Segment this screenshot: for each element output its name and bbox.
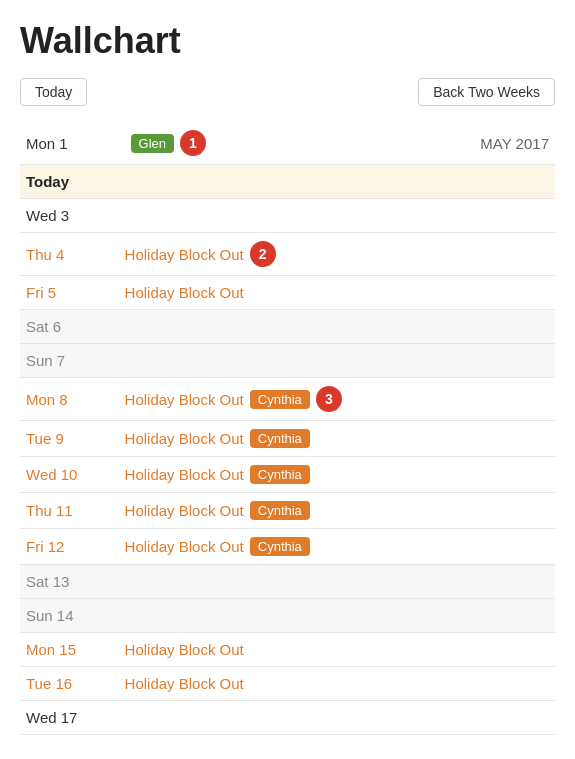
- month-label: [441, 165, 555, 199]
- row-content: Glen1: [125, 130, 436, 156]
- row-content-cell: [119, 565, 442, 599]
- month-label: [441, 233, 555, 276]
- page-container: Wallchart Today Back Two Weeks Mon 1Glen…: [0, 0, 575, 755]
- row-content-cell: Holiday Block OutCynthia: [119, 529, 442, 565]
- row-content-cell: [119, 199, 442, 233]
- row-content: Holiday Block Out: [125, 284, 436, 301]
- person-badge[interactable]: Cynthia: [250, 429, 310, 448]
- day-label: Thu 4: [20, 233, 119, 276]
- calendar-row: Today: [20, 165, 555, 199]
- holiday-text: Holiday Block Out: [125, 538, 244, 555]
- row-content-cell: Glen1: [119, 122, 442, 165]
- month-label: [441, 276, 555, 310]
- calendar-row: Tue 16Holiday Block Out: [20, 667, 555, 701]
- notification-circle: 1: [180, 130, 206, 156]
- day-label: Wed 10: [20, 457, 119, 493]
- month-label: [441, 599, 555, 633]
- row-content: Holiday Block OutCynthia3: [125, 386, 436, 412]
- calendar-row: Fri 12Holiday Block OutCynthia: [20, 529, 555, 565]
- day-label: Sun 14: [20, 599, 119, 633]
- person-badge[interactable]: Cynthia: [250, 465, 310, 484]
- back-two-weeks-button[interactable]: Back Two Weeks: [418, 78, 555, 106]
- row-content-cell: [119, 165, 442, 199]
- calendar-row: Sun 14: [20, 599, 555, 633]
- row-content-cell: Holiday Block Out2: [119, 233, 442, 276]
- row-content-cell: Holiday Block Out: [119, 633, 442, 667]
- month-label: [441, 378, 555, 421]
- month-label: [441, 493, 555, 529]
- row-content: Holiday Block Out: [125, 675, 436, 692]
- calendar-row: Mon 8Holiday Block OutCynthia3: [20, 378, 555, 421]
- row-content-cell: Holiday Block OutCynthia3: [119, 378, 442, 421]
- person-badge[interactable]: Cynthia: [250, 537, 310, 556]
- row-content: Holiday Block OutCynthia: [125, 465, 436, 484]
- calendar-row: Fri 5Holiday Block Out: [20, 276, 555, 310]
- month-label: [441, 529, 555, 565]
- day-label: Thu 11: [20, 493, 119, 529]
- day-label: Sat 13: [20, 565, 119, 599]
- holiday-text: Holiday Block Out: [125, 502, 244, 519]
- row-content-cell: Holiday Block OutCynthia: [119, 493, 442, 529]
- holiday-text: Holiday Block Out: [125, 675, 244, 692]
- row-content-cell: [119, 344, 442, 378]
- day-label: Wed 3: [20, 199, 119, 233]
- month-label: [441, 310, 555, 344]
- row-content-cell: Holiday Block OutCynthia: [119, 457, 442, 493]
- notification-circle: 2: [250, 241, 276, 267]
- day-label: Today: [20, 165, 119, 199]
- row-content: Holiday Block Out: [125, 641, 436, 658]
- month-label: [441, 199, 555, 233]
- page-title: Wallchart: [20, 20, 555, 62]
- holiday-text: Holiday Block Out: [125, 641, 244, 658]
- row-content-cell: [119, 310, 442, 344]
- person-badge[interactable]: Cynthia: [250, 390, 310, 409]
- day-label: Fri 5: [20, 276, 119, 310]
- calendar-row: Sat 13: [20, 565, 555, 599]
- day-label: Tue 16: [20, 667, 119, 701]
- month-label: [441, 344, 555, 378]
- holiday-text: Holiday Block Out: [125, 246, 244, 263]
- calendar-row: Wed 17: [20, 701, 555, 735]
- toolbar: Today Back Two Weeks: [20, 78, 555, 106]
- row-content-cell: [119, 701, 442, 735]
- day-label: Mon 15: [20, 633, 119, 667]
- row-content-cell: Holiday Block OutCynthia: [119, 421, 442, 457]
- calendar-row: Mon 1Glen1MAY 2017: [20, 122, 555, 165]
- month-label: [441, 667, 555, 701]
- row-content: Holiday Block OutCynthia: [125, 501, 436, 520]
- month-label: [441, 701, 555, 735]
- calendar-row: Wed 3: [20, 199, 555, 233]
- row-content: Holiday Block OutCynthia: [125, 429, 436, 448]
- day-label: Wed 17: [20, 701, 119, 735]
- person-badge[interactable]: Cynthia: [250, 501, 310, 520]
- calendar-row: Sat 6: [20, 310, 555, 344]
- calendar-row: Thu 4Holiday Block Out2: [20, 233, 555, 276]
- day-label: Fri 12: [20, 529, 119, 565]
- calendar-row: Tue 9Holiday Block OutCynthia: [20, 421, 555, 457]
- month-label: [441, 457, 555, 493]
- day-label: Sun 7: [20, 344, 119, 378]
- person-badge[interactable]: Glen: [131, 134, 174, 153]
- day-label: Sat 6: [20, 310, 119, 344]
- row-content: Holiday Block Out2: [125, 241, 436, 267]
- calendar-row: Mon 15Holiday Block Out: [20, 633, 555, 667]
- day-label: Tue 9: [20, 421, 119, 457]
- day-label: Mon 8: [20, 378, 119, 421]
- month-label: [441, 421, 555, 457]
- calendar-table: Mon 1Glen1MAY 2017TodayWed 3Thu 4Holiday…: [20, 122, 555, 735]
- month-label: [441, 565, 555, 599]
- holiday-text: Holiday Block Out: [125, 466, 244, 483]
- notification-circle: 3: [316, 386, 342, 412]
- month-label: [441, 633, 555, 667]
- row-content: Holiday Block OutCynthia: [125, 537, 436, 556]
- calendar-row: Sun 7: [20, 344, 555, 378]
- row-content-cell: [119, 599, 442, 633]
- row-content-cell: Holiday Block Out: [119, 276, 442, 310]
- month-label: MAY 2017: [441, 122, 555, 165]
- today-button[interactable]: Today: [20, 78, 87, 106]
- day-label: Mon 1: [20, 122, 119, 165]
- holiday-text: Holiday Block Out: [125, 391, 244, 408]
- holiday-text: Holiday Block Out: [125, 430, 244, 447]
- holiday-text: Holiday Block Out: [125, 284, 244, 301]
- calendar-row: Thu 11Holiday Block OutCynthia: [20, 493, 555, 529]
